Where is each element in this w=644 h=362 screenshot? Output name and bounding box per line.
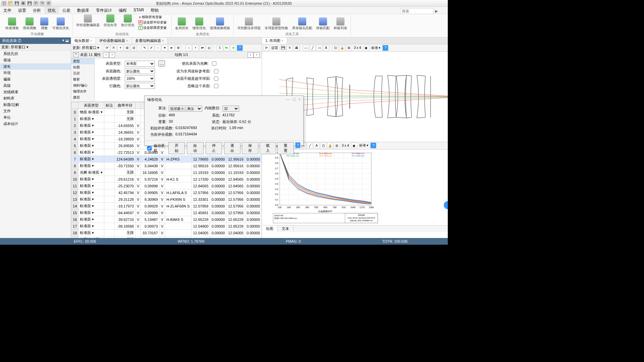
layout-refresh-icon[interactable]: ⟳ bbox=[263, 45, 269, 51]
tool-exchange-icon[interactable]: ⇆ bbox=[223, 45, 229, 51]
search-input[interactable] bbox=[400, 8, 434, 14]
tree-item[interactable]: 系统孔径 bbox=[0, 51, 71, 57]
layout-tab[interactable]: 1: 布局图× bbox=[262, 38, 287, 44]
menu-编程[interactable]: 编程 bbox=[115, 7, 130, 14]
tree-item[interactable]: 光线瞄准 bbox=[0, 89, 71, 95]
tree-item[interactable]: 环境 bbox=[0, 70, 71, 76]
surface-color-select[interactable]: 默认颜色 bbox=[125, 68, 155, 74]
surface-next-button[interactable]: › bbox=[109, 52, 115, 58]
tree-item[interactable]: 文件 bbox=[0, 108, 71, 114]
cores-select[interactable]: 32 bbox=[222, 106, 239, 112]
props-nav-item[interactable]: 物理光学 bbox=[71, 88, 94, 95]
close-icon[interactable]: × bbox=[162, 39, 164, 43]
asphere-convert-button[interactable]: 非球面类型转换 bbox=[263, 17, 289, 31]
algorithm-select[interactable]: 阻尼最小二乘法 bbox=[169, 106, 202, 112]
adjust-button[interactable]: 调整 bbox=[39, 17, 50, 31]
exit-button[interactable]: 退出 bbox=[224, 142, 240, 154]
load-button[interactable]: 载入 bbox=[260, 142, 276, 154]
mtf-text-icon[interactable]: A bbox=[314, 142, 320, 148]
layout-target-icon[interactable]: ◉ bbox=[363, 45, 369, 51]
table-row[interactable]: 18标准面 ▾无限33.73167V12.040050.0000012.0400… bbox=[71, 230, 262, 236]
layout-copy-icon[interactable]: ⎘ bbox=[287, 45, 293, 51]
ignore-checkbox[interactable] bbox=[214, 84, 218, 88]
layout-rect-icon[interactable]: ▭ bbox=[316, 45, 322, 51]
table-row[interactable]: 11标准面 ▾-25.23070V0.09998V12.845650.00000… bbox=[71, 183, 262, 189]
view-tab-plot[interactable]: 绘图 bbox=[262, 226, 278, 232]
minimize-icon[interactable]: — bbox=[286, 97, 290, 102]
refresh-icon[interactable]: ⟳ bbox=[46, 1, 51, 6]
tool-o2-icon[interactable]: ◎ bbox=[206, 45, 212, 51]
quick-focus-button[interactable]: 快速调焦 bbox=[4, 17, 20, 31]
update-selector[interactable]: 更新: 所有窗口 ▾ bbox=[0, 44, 71, 51]
surface-opacity-select[interactable]: 100% bbox=[125, 75, 155, 81]
layout-print-icon[interactable]: 🖶 bbox=[293, 45, 300, 51]
mtf-lock-icon[interactable]: 🔒 bbox=[327, 142, 333, 148]
menu-优化[interactable]: 优化 bbox=[44, 7, 59, 14]
layout-std-dropdown[interactable]: 标准 ▾ bbox=[370, 46, 382, 50]
opt-wizard-button[interactable]: 优化向导 bbox=[102, 14, 118, 31]
stop-button[interactable]: 停止 bbox=[206, 142, 222, 154]
test-plate-button[interactable]: 样板匹配 bbox=[315, 17, 331, 31]
table-row[interactable]: 14标准面 ▾-18.17973V0.99928VH-ZLAF68N S12.0… bbox=[71, 203, 262, 209]
start-button[interactable]: 开始 bbox=[168, 142, 185, 154]
menu-零件设计[interactable]: 零件设计 bbox=[93, 7, 115, 14]
tool-dot-icon[interactable]: • bbox=[193, 45, 199, 51]
surface-type-select[interactable]: 标准面 bbox=[125, 61, 155, 67]
layout-lock-icon[interactable]: 🔒 bbox=[339, 45, 345, 51]
tree-item[interactable]: 单位 bbox=[0, 114, 71, 121]
reset-button[interactable]: 重置 bbox=[277, 142, 294, 154]
table-row[interactable]: 9光阑 标准面 ▾无限16.16905V11.191930.0000011.19… bbox=[71, 169, 262, 176]
layout-line-icon[interactable]: — bbox=[303, 45, 309, 51]
find-asphere-button[interactable]: 寻找最佳非球面 bbox=[236, 17, 262, 31]
run-opt-button[interactable]: 执行优化 bbox=[120, 14, 136, 31]
tool-right-icon[interactable]: ➤ bbox=[168, 45, 174, 51]
global-opt-button[interactable]: 全局优化 bbox=[174, 17, 190, 31]
row-color-select[interactable]: 默认颜色 bbox=[125, 83, 155, 89]
tool-copy-icon[interactable]: ⎘ bbox=[111, 45, 117, 51]
search-go-icon[interactable]: ▶ bbox=[434, 9, 438, 13]
editor-tab[interactable]: 镜头数据× bbox=[71, 38, 96, 44]
config-prev-button[interactable]: ‹ bbox=[248, 52, 254, 58]
maximize-icon[interactable]: ▢ bbox=[292, 97, 296, 102]
save-button[interactable]: 保存 bbox=[242, 142, 258, 154]
menu-公差[interactable]: 公差 bbox=[59, 7, 74, 14]
tool-arrow-icon[interactable]: ↕ bbox=[155, 45, 161, 51]
print-icon[interactable]: 🖶 bbox=[20, 1, 26, 6]
tree-item[interactable]: 高级 bbox=[0, 82, 71, 89]
config-next-button[interactable]: › bbox=[254, 52, 260, 58]
menu-设置[interactable]: 设置 bbox=[15, 7, 30, 14]
global-ref-checkbox[interactable] bbox=[214, 69, 218, 73]
mtf-help-icon[interactable]: ? bbox=[370, 142, 376, 148]
mtf-grid-icon[interactable]: ⊞ bbox=[334, 142, 340, 148]
props-nav-item[interactable]: 膜层 bbox=[71, 95, 94, 101]
make-stop-checkbox[interactable] bbox=[212, 61, 216, 66]
close-icon[interactable]: × bbox=[90, 39, 92, 43]
collapse-icon[interactable]: ⌃ bbox=[73, 52, 79, 57]
slider-button[interactable]: 滑块调整 bbox=[21, 17, 38, 31]
panel-dropdown-icon[interactable]: ▾ ⬓ bbox=[62, 38, 69, 43]
tool-go-icon[interactable]: ➜ bbox=[230, 45, 236, 51]
tree-item[interactable]: 材料库 bbox=[0, 95, 71, 102]
undo-icon[interactable]: ↶ bbox=[33, 1, 39, 6]
table-row[interactable]: 17标准面 ▾-38.16568V0.09973V12.548000.00000… bbox=[71, 223, 262, 230]
tool-refresh-icon[interactable]: ⟳ bbox=[104, 45, 110, 51]
set-radii-vars-button[interactable]: R设全部半径变量 bbox=[137, 20, 168, 25]
layout-settings-button[interactable]: 设置 bbox=[270, 46, 279, 50]
auto-update-checkbox[interactable] bbox=[147, 146, 152, 150]
props-nav-item[interactable]: 散射 bbox=[71, 76, 94, 82]
table-row[interactable]: 13标准面 ▾29.31128V8.30969VH-FK95N S12.3330… bbox=[71, 196, 262, 203]
tool-grid-icon[interactable]: ⊞ bbox=[124, 45, 130, 51]
mtf-target-icon[interactable]: ◉ bbox=[351, 142, 357, 148]
hammer-opt-button[interactable]: 锤形优化 bbox=[191, 17, 207, 31]
new-icon[interactable]: ▢ bbox=[1, 1, 7, 6]
editor-tab[interactable]: 多重结构编辑器× bbox=[132, 38, 168, 44]
table-row[interactable]: 8标准面 ▾-33.71550V5.04438V12.956160.000001… bbox=[71, 163, 262, 169]
close-icon[interactable]: × bbox=[299, 97, 301, 102]
stock-lens-button[interactable]: 库存镜头匹配 bbox=[291, 17, 314, 31]
layout-text-icon[interactable]: A bbox=[323, 45, 329, 51]
close-icon[interactable]: × bbox=[281, 39, 283, 43]
props-nav-item[interactable]: 类型 bbox=[71, 58, 94, 64]
view-tab-text[interactable]: 文本 bbox=[278, 226, 293, 232]
visual-opt-button[interactable]: 可视化优化 bbox=[51, 17, 70, 31]
props-nav-item[interactable]: 孔径 bbox=[71, 70, 94, 76]
